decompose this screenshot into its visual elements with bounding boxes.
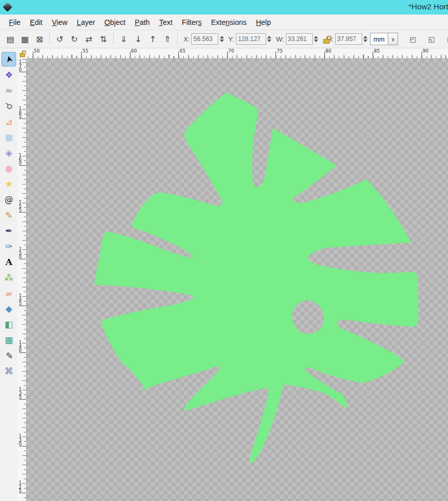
select-all-layers-button[interactable]: ▦	[18, 32, 32, 46]
menu-item-path[interactable]: Path	[130, 16, 154, 29]
menu-item-extensions[interactable]: Extensions	[206, 16, 252, 29]
unit-selector[interactable]: mm ∨	[370, 33, 399, 45]
tweak-tool[interactable]: ≈	[2, 83, 16, 98]
menu-bar: FileEditViewLayerObjectPathTextFiltersEx…	[0, 15, 448, 30]
bezier-tool[interactable]: ✒	[2, 223, 16, 238]
rotate-ccw-button[interactable]: ↺	[53, 32, 67, 46]
lower-to-bottom-button[interactable]: ⇓	[117, 32, 130, 46]
flip-vertical-icon: ⇅	[100, 34, 107, 44]
h-spinner[interactable]	[362, 33, 369, 45]
w-spinner[interactable]	[313, 33, 320, 45]
gradient-tool[interactable]: ◧	[2, 317, 16, 332]
vruler-label: 160	[19, 154, 22, 166]
flip-horizontal-button[interactable]: ⇄	[82, 32, 96, 46]
menu-item-file[interactable]: File	[4, 16, 25, 29]
mesh-gradient-tool[interactable]: ▦	[2, 333, 16, 347]
vruler-label: 125	[19, 481, 22, 493]
chevron-down-icon: ∨	[388, 33, 398, 45]
hruler-label: 50	[34, 48, 39, 54]
select-all-layers-icon: ▦	[21, 34, 29, 44]
horizontal-ruler[interactable]: 505560657075808590	[26, 48, 448, 59]
vertical-ruler[interactable]: 170165160155150145140135130125	[18, 58, 26, 501]
deselect-button[interactable]: ⊠	[33, 32, 46, 46]
menu-item-filters[interactable]: Filters	[177, 16, 206, 29]
ruler-corner[interactable]	[18, 48, 26, 59]
deselect-icon: ⊠	[36, 34, 43, 44]
select-all-button[interactable]: ▤	[4, 32, 17, 46]
spiral-tool[interactable]: @	[2, 192, 16, 207]
menu-item-object[interactable]: Object	[100, 16, 130, 29]
connector-tool[interactable]: ⌘	[2, 364, 16, 378]
menu-item-layer[interactable]: Layer	[72, 16, 100, 29]
menu-item-view[interactable]: View	[47, 16, 72, 29]
eraser-icon: ▰	[5, 288, 12, 298]
lower-one-step-button[interactable]: ↓	[131, 32, 145, 46]
spray-tool[interactable]: ⁂	[2, 270, 16, 285]
select-all-icon: ▤	[6, 34, 14, 44]
hruler-label: 60	[131, 48, 137, 54]
hruler-label: 90	[423, 48, 428, 54]
zoom-tool[interactable]: ⚲	[2, 99, 16, 113]
canvas[interactable]	[26, 58, 448, 501]
scale-corners-icon: ◱	[428, 35, 434, 43]
rotate-cw-button[interactable]: ↻	[68, 32, 81, 46]
measure-tool[interactable]: ⊿	[2, 114, 16, 129]
star-tool[interactable]: ★	[2, 177, 16, 191]
eraser-tool[interactable]: ▰	[2, 286, 16, 300]
vruler-label: 145	[19, 294, 22, 306]
raise-to-top-icon: ⇑	[164, 34, 170, 44]
text-tool[interactable]: A	[2, 255, 16, 269]
rotate-cw-icon: ↻	[71, 34, 77, 44]
move-gradients-toggle[interactable]: ◲	[443, 32, 448, 46]
menu-item-edit[interactable]: Edit	[25, 16, 47, 29]
leaf-shape[interactable]	[95, 93, 419, 463]
star-icon: ★	[5, 179, 12, 189]
y-spinner[interactable]	[266, 33, 273, 45]
rectangle-tool[interactable]: ■	[2, 130, 16, 144]
tool-box: ➤❖≈⚲⊿■◈●★@✎✒✑A⁂▰◆◧▦✐⌘	[0, 48, 18, 501]
eyedropper-icon: ✐	[4, 352, 14, 359]
rotate-ccw-icon: ↺	[56, 34, 63, 44]
letter-a-icon: A	[5, 257, 12, 267]
hruler-label: 80	[325, 48, 331, 54]
scale-stroke-toggle[interactable]: ◰	[406, 32, 419, 46]
calligraphy-tool[interactable]: ✑	[2, 239, 16, 254]
bucket-fill-tool[interactable]: ◆	[2, 301, 16, 316]
selector-tool[interactable]: ➤	[2, 52, 16, 67]
box3d-tool[interactable]: ◈	[2, 146, 16, 160]
h-field[interactable]	[335, 33, 362, 45]
flip-vertical-button[interactable]: ⇅	[97, 32, 110, 46]
calligraphy-pen-icon: ✑	[5, 241, 12, 252]
w-field-label: W:	[276, 35, 284, 43]
menu-item-help[interactable]: Help	[251, 16, 275, 29]
raise-one-step-button[interactable]: ↑	[146, 32, 160, 46]
pencil-icon: ✎	[5, 210, 12, 220]
w-field[interactable]	[286, 33, 313, 45]
mesh-grid-icon: ▦	[5, 335, 13, 345]
connector-icon: ⌘	[5, 366, 14, 376]
lower-to-bottom-icon: ⇓	[120, 34, 127, 44]
toolbar-separator	[49, 33, 50, 45]
spiral-icon: @	[5, 194, 14, 205]
hruler-label: 85	[374, 48, 380, 54]
pencil-tool[interactable]: ✎	[2, 208, 16, 222]
gradient-square-icon: ◧	[5, 319, 13, 329]
toolbar-separator	[177, 33, 178, 45]
menu-item-text[interactable]: Text	[154, 16, 177, 29]
x-field[interactable]	[191, 33, 218, 45]
selector-arrow-icon: ➤	[3, 55, 15, 64]
vruler-label: 130	[19, 434, 22, 446]
hruler-label: 70	[228, 48, 234, 54]
x-spinner[interactable]	[218, 33, 225, 45]
y-field[interactable]	[236, 33, 266, 45]
magnifier-icon: ⚲	[3, 100, 15, 112]
circle-icon: ●	[5, 163, 13, 174]
dropper-tool[interactable]: ✐	[2, 348, 16, 363]
ellipse-tool[interactable]: ●	[2, 161, 16, 176]
cube-icon: ◈	[5, 148, 12, 158]
node-editor-tool[interactable]: ❖	[2, 68, 16, 82]
lower-icon: ↓	[135, 34, 141, 44]
unit-value: mm	[371, 35, 388, 43]
raise-to-top-button[interactable]: ⇑	[161, 32, 174, 46]
scale-corners-toggle[interactable]: ◱	[425, 32, 438, 46]
